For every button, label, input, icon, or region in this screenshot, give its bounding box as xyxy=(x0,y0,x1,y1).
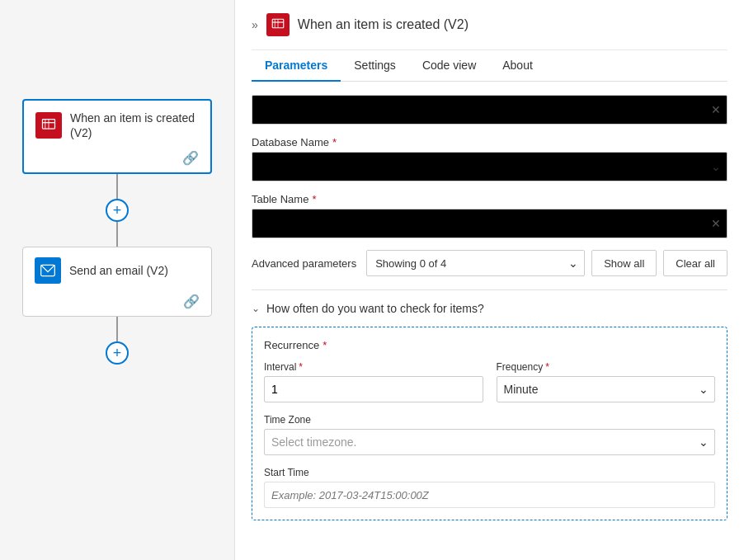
collapsible-section: ⌄ How often do you want to check for ite… xyxy=(252,289,728,520)
server-input[interactable] xyxy=(252,95,728,125)
start-time-label: Start Time xyxy=(264,467,715,478)
action-card-label: Send an email (V2) xyxy=(69,263,168,278)
frequency-label: Frequency * xyxy=(497,361,716,373)
trigger-card-footer: 🔗 xyxy=(35,147,199,166)
connector-1 xyxy=(116,174,118,199)
panel-title: When an item is created (V2) xyxy=(298,17,469,32)
table-label: Table Name * xyxy=(252,193,728,205)
action-card-header: Send an email (V2) xyxy=(35,257,200,284)
action-card[interactable]: Send an email (V2) 🔗 xyxy=(22,247,212,317)
timezone-select[interactable]: Select timezone. xyxy=(264,429,715,455)
collapsible-title: How often do you want to check for items… xyxy=(266,302,484,315)
connector-3 xyxy=(116,317,118,341)
timezone-label: Time Zone xyxy=(264,414,715,426)
trigger-card[interactable]: When an item is created (V2) 🔗 xyxy=(22,99,212,174)
start-time-row: Start Time xyxy=(264,467,715,508)
table-input[interactable] xyxy=(252,209,728,238)
add-button-2[interactable]: + xyxy=(106,341,129,365)
advanced-select[interactable]: Showing 0 of 4 xyxy=(366,250,585,276)
recurrence-required-star: * xyxy=(323,339,327,351)
frequency-col: Frequency * Minute Hour Day Week Month ⌄ xyxy=(497,361,716,402)
collapse-chevron-icon: ⌄ xyxy=(252,303,260,314)
tab-parameters[interactable]: Parameters xyxy=(252,50,341,82)
panel-header: » When an item is created (V2) xyxy=(252,0,728,50)
advanced-params-row: Advanced parameters Showing 0 of 4 ⌄ Sho… xyxy=(252,250,728,276)
timezone-select-wrapper: Select timezone. ⌄ xyxy=(264,429,715,455)
trigger-card-header: When an item is created (V2) xyxy=(35,111,199,140)
frequency-required-star: * xyxy=(545,361,549,373)
tab-code-view[interactable]: Code view xyxy=(409,50,489,82)
connector-2 xyxy=(116,222,118,247)
interval-label: Interval * xyxy=(264,361,483,373)
action-card-footer: 🔗 xyxy=(35,290,200,309)
show-all-button[interactable]: Show all xyxy=(591,250,657,276)
table-required-star: * xyxy=(312,193,316,205)
tab-about[interactable]: About xyxy=(489,50,546,82)
add-button-1[interactable]: + xyxy=(106,199,129,222)
panel-header-icon xyxy=(266,13,290,36)
collapsible-header[interactable]: ⌄ How often do you want to check for ite… xyxy=(252,302,728,315)
table-input-wrapper: ✕ xyxy=(252,209,728,238)
left-panel: When an item is created (V2) 🔗 + Send an… xyxy=(0,0,235,560)
trigger-icon xyxy=(35,112,62,139)
tab-bar: Parameters Settings Code view About xyxy=(252,50,728,82)
timezone-row: Time Zone Select timezone. ⌄ xyxy=(264,414,715,455)
start-time-input[interactable] xyxy=(264,482,715,508)
server-input-wrapper: ✕ xyxy=(252,95,728,125)
advanced-select-wrapper: Showing 0 of 4 ⌄ xyxy=(366,250,585,276)
interval-frequency-row: Interval * Frequency * Minute Hour D xyxy=(264,361,715,402)
interval-col: Interval * xyxy=(264,361,483,402)
clear-all-button[interactable]: Clear all xyxy=(663,250,728,276)
interval-required-star: * xyxy=(299,361,303,373)
server-field-row: ✕ xyxy=(252,95,728,125)
recurrence-label: Recurrence * xyxy=(264,339,715,351)
database-label: Database Name * xyxy=(252,136,728,148)
database-input-wrapper: ⌄ xyxy=(252,152,728,181)
advanced-params-label: Advanced parameters xyxy=(252,257,356,270)
database-field-row: Database Name * ⌄ xyxy=(252,136,728,181)
breadcrumb-chevron: » xyxy=(252,18,258,31)
frequency-select-wrapper: Minute Hour Day Week Month ⌄ xyxy=(497,376,716,402)
recurrence-box: Recurrence * Interval * Frequency * xyxy=(252,327,728,520)
database-dropdown[interactable] xyxy=(252,152,728,181)
interval-input[interactable] xyxy=(264,376,483,402)
table-field-row: Table Name * ✕ xyxy=(252,193,728,238)
right-panel: » When an item is created (V2) Parameter… xyxy=(235,0,744,560)
server-clear-button[interactable]: ✕ xyxy=(711,103,721,116)
tab-settings[interactable]: Settings xyxy=(341,50,409,82)
database-required-star: * xyxy=(332,136,337,148)
action-icon xyxy=(35,257,61,284)
frequency-select[interactable]: Minute Hour Day Week Month xyxy=(497,376,716,402)
table-clear-button[interactable]: ✕ xyxy=(711,217,721,230)
link-icon-2: 🔗 xyxy=(183,294,200,309)
link-icon-1: 🔗 xyxy=(182,150,199,166)
trigger-card-label: When an item is created (V2) xyxy=(70,111,199,140)
